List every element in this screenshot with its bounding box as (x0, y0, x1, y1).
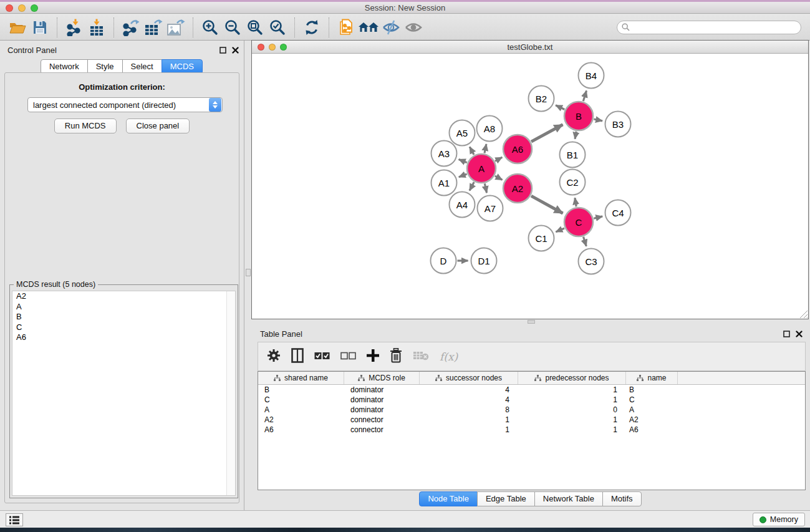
run-mcds-button[interactable]: Run MCDS (54, 118, 117, 133)
graph-node-C[interactable]: C (564, 208, 593, 236)
result-item[interactable]: A2 (12, 291, 235, 302)
table-cell[interactable]: 4 (420, 395, 518, 405)
edge-A6-B[interactable] (531, 125, 563, 142)
function-builder-button[interactable]: f(x) (440, 351, 458, 363)
new-network-from-file-button[interactable] (335, 16, 357, 39)
search-box[interactable] (617, 21, 801, 34)
column-header-MCDS-role[interactable]: MCDS role (344, 372, 420, 384)
table-cell[interactable]: 1 (518, 395, 626, 405)
network-view-window[interactable]: testGlobe.txt B4B2BB3A8A5A6A3B1AC2A1A2A4… (251, 40, 809, 319)
graph-node-A1[interactable]: A1 (432, 170, 457, 196)
show-columns-button[interactable] (291, 348, 304, 365)
tab-node-table[interactable]: Node Table (419, 491, 478, 506)
deselect-all-button[interactable] (340, 351, 356, 362)
vertical-splitter-handle[interactable] (246, 269, 251, 276)
save-session-button[interactable] (29, 16, 51, 39)
table-settings-button[interactable] (267, 349, 281, 365)
table-row[interactable]: Cdominator41C (258, 395, 805, 405)
add-column-button[interactable] (367, 349, 379, 364)
table-row[interactable]: Adominator80A (258, 405, 805, 415)
result-item[interactable]: B (12, 312, 235, 322)
graph-node-B3[interactable]: B3 (605, 112, 631, 137)
table-cell[interactable]: 8 (420, 405, 518, 415)
delete-table-button[interactable] (413, 350, 429, 364)
edge-A-A2[interactable] (495, 176, 503, 180)
table-row[interactable]: A2connector11A2 (258, 415, 805, 425)
memory-button[interactable]: Memory (753, 513, 805, 526)
graph-node-A5[interactable]: A5 (450, 120, 475, 146)
zoom-selected-button[interactable] (266, 16, 289, 39)
import-network-button[interactable] (63, 16, 85, 39)
edge-B-B1[interactable] (575, 132, 576, 139)
network-zoom-button[interactable] (280, 44, 287, 51)
zoom-in-button[interactable] (199, 16, 221, 39)
graph-node-D[interactable]: D (431, 248, 456, 274)
export-table-button[interactable] (142, 16, 165, 39)
task-history-button[interactable] (6, 513, 23, 526)
graph-node-A6[interactable]: A6 (503, 135, 532, 163)
table-cell[interactable]: A6 (626, 425, 678, 435)
graph-node-A[interactable]: A (467, 154, 496, 183)
table-row[interactable]: A6connector11A6 (258, 425, 805, 435)
edge-C-C4[interactable] (594, 216, 602, 218)
tab-network-table[interactable]: Network Table (534, 491, 603, 506)
close-panel-icon[interactable] (796, 331, 803, 337)
graph-node-D1[interactable]: D1 (471, 248, 497, 274)
close-window-button[interactable] (6, 4, 13, 12)
float-panel-icon[interactable] (219, 47, 226, 54)
node-table[interactable]: shared nameMCDS rolesuccessor nodesprede… (258, 371, 806, 490)
graph-node-A7[interactable]: A7 (478, 196, 503, 221)
table-cell[interactable]: 1 (518, 425, 626, 435)
table-cell[interactable]: A (626, 405, 678, 415)
column-header-successor-nodes[interactable]: successor nodes (420, 372, 518, 384)
zoom-window-button[interactable] (31, 4, 38, 12)
table-cell[interactable]: dominator (344, 405, 420, 415)
edge-C-C3[interactable] (584, 237, 587, 246)
tab-edge-table[interactable]: Edge Table (477, 491, 535, 506)
zoom-out-button[interactable] (221, 16, 244, 39)
table-cell[interactable]: connector (344, 425, 420, 435)
table-row[interactable]: Bdominator41B (258, 385, 805, 395)
home-button[interactable] (357, 16, 380, 39)
edge-A-A1[interactable] (459, 174, 467, 177)
horizontal-splitter-handle[interactable] (528, 320, 535, 324)
table-cell[interactable]: A2 (258, 415, 344, 425)
float-panel-icon[interactable] (783, 331, 790, 337)
edge-A-A8[interactable] (485, 144, 486, 153)
table-cell[interactable]: 0 (518, 405, 626, 415)
graph-node-C2[interactable]: C2 (560, 170, 586, 195)
result-item[interactable]: A6 (12, 332, 235, 343)
network-close-button[interactable] (258, 44, 264, 51)
open-session-button[interactable] (6, 16, 29, 39)
hide-graphics-details-button[interactable] (380, 16, 402, 39)
table-cell[interactable]: dominator (344, 395, 420, 405)
edge-B-B4[interactable] (583, 90, 586, 101)
graph-node-B[interactable]: B (564, 102, 593, 130)
table-cell[interactable]: B (626, 385, 678, 395)
graph-node-B2[interactable]: B2 (529, 86, 554, 112)
table-cell[interactable]: A (258, 405, 344, 415)
search-input[interactable] (633, 23, 796, 32)
export-network-button[interactable] (120, 16, 142, 39)
graph-node-C3[interactable]: C3 (579, 249, 604, 274)
network-graph[interactable]: B4B2BB3A8A5A6A3B1AC2A1A2A4A7C4CC1C3DD1 (253, 54, 808, 319)
table-cell[interactable]: A2 (626, 415, 678, 425)
result-scrollbar[interactable] (226, 291, 235, 495)
show-graphics-details-button[interactable] (402, 16, 425, 39)
edge-A-A5[interactable] (470, 147, 474, 155)
delete-column-button[interactable] (390, 348, 402, 365)
export-image-button[interactable] (165, 16, 187, 39)
table-cell[interactable]: A6 (258, 425, 344, 435)
close-panel-button[interactable]: Close panel (126, 118, 190, 133)
column-header-predecessor-nodes[interactable]: predecessor nodes (518, 372, 626, 384)
network-minimize-button[interactable] (269, 44, 276, 51)
table-cell[interactable]: 1 (420, 425, 518, 435)
criterion-dropdown[interactable]: largest connected component (directed) (27, 97, 223, 112)
mcds-result-list[interactable]: A2ABCA6 (12, 291, 236, 496)
edge-C-C1[interactable] (556, 228, 564, 232)
result-item[interactable]: C (12, 322, 235, 333)
graph-node-A3[interactable]: A3 (432, 141, 457, 167)
column-header-shared-name[interactable]: shared name (258, 372, 344, 384)
table-cell[interactable]: B (258, 385, 344, 395)
table-cell[interactable]: C (258, 395, 344, 405)
